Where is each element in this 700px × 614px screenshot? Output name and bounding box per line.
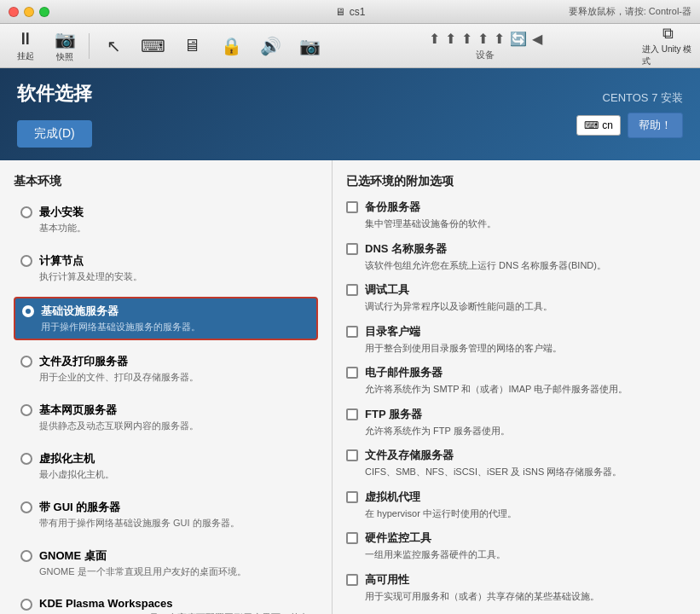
- addon-text-hw-monitor: 硬件监控工具一组用来监控服务器硬件的工具。: [365, 530, 686, 562]
- addon-text-dns: DNS 名称服务器该软件包组允许您在系统上运行 DNS 名称服务器(BIND)。: [365, 241, 686, 273]
- env-item-webserver[interactable]: 基本网页服务器提供静态及动态互联网内容的服务器。: [14, 397, 318, 437]
- env-item-infra[interactable]: 基础设施服务器用于操作网络基础设施服务的服务器。: [14, 297, 318, 340]
- release-hint: 要释放鼠标，请按: Control-器: [569, 5, 691, 18]
- env-item-gui-server[interactable]: 带 GUI 的服务器带有用于操作网络基础设施服务 GUI 的服务器。: [14, 495, 318, 535]
- centos-label: CENTOS 7 安装: [603, 90, 683, 106]
- close-button[interactable]: [9, 7, 19, 17]
- checkbox-virt-agent[interactable]: [346, 491, 358, 503]
- complete-button[interactable]: 完成(D): [17, 120, 92, 148]
- window-title-icon: 🖥: [335, 6, 345, 18]
- addon-text-ftp: FTP 服务器允许将系统作为 FTP 服务器使用。: [365, 407, 686, 438]
- env-name-compute: 计算节点: [39, 253, 311, 269]
- checkbox-file-storage[interactable]: [346, 449, 358, 461]
- radio-fileprint: [20, 356, 32, 368]
- radio-infra: [22, 305, 34, 317]
- addon-item-backup[interactable]: 备份服务器集中管理基础设施备份的软件。: [346, 200, 686, 231]
- lang-selector[interactable]: ⌨ cn: [576, 115, 621, 136]
- lock-button[interactable]: 🔒: [212, 27, 250, 65]
- env-name-gui-server: 带 GUI 的服务器: [39, 500, 311, 515]
- addon-item-hw-monitor[interactable]: 硬件监控工具一组用来监控服务器硬件的工具。: [346, 530, 686, 562]
- toolbar-tools-group: ↖ ⌨ 🖥 🔒 🔊 📷: [95, 27, 328, 65]
- addon-item-ftp[interactable]: FTP 服务器允许将系统作为 FTP 服务器使用。: [346, 407, 686, 438]
- snapshot-button[interactable]: 📷 快照: [46, 27, 84, 65]
- audio-icon: 🔊: [260, 36, 281, 56]
- checkbox-debug[interactable]: [346, 284, 358, 296]
- addon-list: 备份服务器集中管理基础设施备份的软件。DNS 名称服务器该软件包组允许您在系统上…: [346, 200, 686, 603]
- window-controls[interactable]: [9, 7, 49, 17]
- usb-icon-3[interactable]: ⬆: [461, 31, 472, 47]
- env-text-compute: 计算节点执行计算及处理的安装。: [39, 253, 311, 283]
- addon-item-debug[interactable]: 调试工具调试行为异常程序以及诊断性能问题的工具。: [346, 282, 686, 314]
- radio-kde: [20, 599, 32, 611]
- suspend-button[interactable]: ⏸ 挂起: [7, 27, 44, 65]
- env-name-fileprint: 文件及打印服务器: [39, 354, 311, 369]
- display-icon: 🖥: [183, 36, 200, 55]
- collapse-icon[interactable]: ◀: [532, 31, 542, 47]
- usb-icon-1[interactable]: ⬆: [429, 31, 440, 47]
- env-desc-minimal: 基本功能。: [39, 222, 311, 235]
- checkbox-dns[interactable]: [346, 243, 358, 255]
- checkbox-dir-client[interactable]: [346, 326, 358, 338]
- checkbox-backup[interactable]: [346, 201, 358, 213]
- header-left: 软件选择 完成(D): [17, 81, 92, 148]
- addon-desc-ha: 用于实现可用服务和（或者）共享存储的某些基础设施。: [365, 589, 686, 604]
- addon-text-file-storage: 文件及存储服务器CIFS、SMB、NFS、iSCSI、iSER 及 iSNS 网…: [365, 448, 686, 479]
- radio-gnome: [20, 550, 32, 562]
- checkbox-ftp[interactable]: [346, 408, 358, 420]
- env-text-gnome: GNOME 桌面GNOME 是一个非常直观且用户友好的桌面环境。: [39, 548, 311, 578]
- checkbox-ha[interactable]: [346, 574, 358, 586]
- usb-icon-4[interactable]: ⬆: [477, 31, 489, 47]
- env-item-gnome[interactable]: GNOME 桌面GNOME 是一个非常直观且用户友好的桌面环境。: [14, 543, 318, 583]
- window-title: 🖥 cs1: [335, 6, 366, 18]
- env-text-virt: 虚拟化主机最小虚拟化主机。: [39, 451, 311, 481]
- camera-button[interactable]: 📷: [291, 27, 328, 65]
- unity-icon: ⧉: [662, 25, 674, 43]
- env-item-fileprint[interactable]: 文件及打印服务器用于企业的文件、打印及存储服务器。: [14, 349, 318, 389]
- radio-compute: [20, 255, 32, 267]
- addon-name-ftp: FTP 服务器: [365, 407, 686, 422]
- header-right: CENTOS 7 安装 ⌨ cn 帮助！: [576, 90, 683, 138]
- devices-label: 设备: [476, 49, 495, 61]
- pointer-button[interactable]: ↖: [95, 27, 132, 65]
- main-content: 软件选择 完成(D) CENTOS 7 安装 ⌨ cn 帮助！ 基本环境: [0, 68, 700, 614]
- camera-icon: 📷: [299, 36, 321, 56]
- addon-item-dns[interactable]: DNS 名称服务器该软件包组允许您在系统上运行 DNS 名称服务器(BIND)。: [346, 241, 686, 273]
- addon-item-file-storage[interactable]: 文件及存储服务器CIFS、SMB、NFS、iSCSI、iSER 及 iSNS 网…: [346, 448, 686, 479]
- addon-text-email: 电子邮件服务器允许将系统作为 SMTP 和（或者）IMAP 电子邮件服务器使用。: [365, 365, 686, 397]
- env-item-minimal[interactable]: 最小安装基本功能。: [14, 200, 318, 240]
- addon-item-dir-client[interactable]: 目录客户端用于整合到使用目录服务管理的网络的客户端。: [346, 324, 686, 356]
- addon-desc-virt-agent: 在 hypervisor 中运行时使用的代理。: [365, 507, 686, 521]
- env-desc-compute: 执行计算及处理的安装。: [39, 270, 311, 283]
- checkbox-hw-monitor[interactable]: [346, 532, 358, 544]
- env-item-kde[interactable]: KDE Plasma WorkspacesKDE Plasma Workspac…: [14, 592, 318, 614]
- env-name-minimal: 最小安装: [39, 205, 311, 220]
- addon-item-virt-agent[interactable]: 虚拟机代理在 hypervisor 中运行时使用的代理。: [346, 489, 686, 521]
- display-button[interactable]: 🖥: [173, 27, 211, 65]
- lock-icon: 🔒: [221, 36, 242, 56]
- unity-label: 进入 Unity 模式: [642, 43, 693, 67]
- usb-icon-5[interactable]: ⬆: [494, 31, 505, 47]
- refresh-icon[interactable]: 🔄: [510, 31, 527, 47]
- addon-item-email[interactable]: 电子邮件服务器允许将系统作为 SMTP 和（或者）IMAP 电子邮件服务器使用。: [346, 365, 686, 397]
- left-section-title: 基本环境: [14, 174, 318, 189]
- snapshot-label: 快照: [56, 51, 73, 63]
- key-button[interactable]: ⌨: [134, 27, 171, 65]
- header: 软件选择 完成(D) CENTOS 7 安装 ⌨ cn 帮助！: [0, 68, 700, 160]
- addon-desc-debug: 调试行为异常程序以及诊断性能问题的工具。: [365, 299, 686, 314]
- env-item-virt[interactable]: 虚拟化主机最小虚拟化主机。: [14, 446, 318, 486]
- checkbox-email[interactable]: [346, 367, 358, 379]
- addon-text-debug: 调试工具调试行为异常程序以及诊断性能问题的工具。: [365, 282, 686, 314]
- key-icon: ⌨: [141, 36, 165, 56]
- addon-item-ha[interactable]: 高可用性用于实现可用服务和（或者）共享存储的某些基础设施。: [346, 572, 686, 604]
- addon-desc-ftp: 允许将系统作为 FTP 服务器使用。: [365, 424, 686, 438]
- addon-text-virt-agent: 虚拟机代理在 hypervisor 中运行时使用的代理。: [365, 489, 686, 521]
- help-button[interactable]: 帮助！: [628, 113, 683, 138]
- env-item-compute[interactable]: 计算节点执行计算及处理的安装。: [14, 248, 318, 288]
- env-text-infra: 基础设施服务器用于操作网络基础设施服务的服务器。: [41, 304, 310, 333]
- maximize-button[interactable]: [39, 7, 49, 17]
- usb-icon-2[interactable]: ⬆: [445, 31, 456, 47]
- minimize-button[interactable]: [24, 7, 34, 17]
- unity-button[interactable]: ⧉ 进入 Unity 模式: [642, 27, 693, 65]
- audio-button[interactable]: 🔊: [252, 27, 289, 65]
- env-desc-virt: 最小虚拟化主机。: [39, 468, 311, 481]
